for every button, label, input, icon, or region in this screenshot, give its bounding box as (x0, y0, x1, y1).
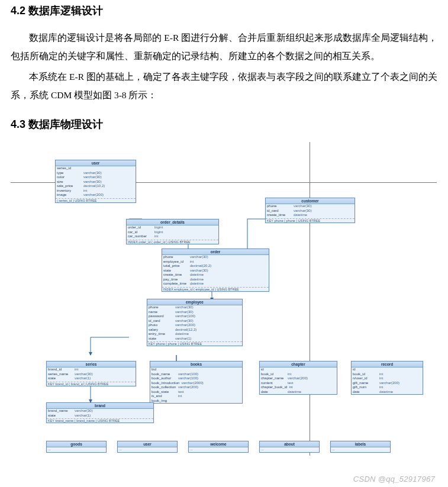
entity-title: welcome (189, 441, 248, 447)
heading-4-3: 4.3 数据库物理设计 (11, 117, 437, 131)
entity-title: order (162, 249, 269, 255)
entity-title: labels (331, 441, 390, 447)
heading-4-2: 4.2 数据库逻辑设计 (11, 4, 437, 18)
entity-stub-4: about ... (259, 441, 320, 453)
entity-brand: brand brand_namevarchar(30) statevarchar… (46, 402, 154, 423)
entity-user: user series_id typevarchar(30) colorvarc… (55, 160, 136, 203)
entity-record: record id book_idint n/user_idint gift_n… (351, 361, 423, 395)
entity-title: user (56, 160, 136, 166)
entity-title: order_details (127, 220, 218, 225)
entity-title: record (352, 362, 423, 367)
entity-title: chapter (260, 362, 337, 367)
entity-order-details: order_details order_idbigint car_idbigin… (126, 219, 219, 244)
entity-stub-2: user ... (117, 441, 178, 453)
entity-title: series (47, 362, 136, 367)
watermark: CSDN @qq_52917967 (353, 475, 435, 483)
entity-stub-3: welcome ... (188, 441, 249, 453)
entity-order: order phonevarchar(30) employee_idint to… (162, 249, 269, 292)
entity-customer: customer phonevarchar(30) id_cardvarchar… (265, 198, 355, 223)
entity-title: brand (47, 403, 153, 409)
entity-stub-1: goods ... (46, 441, 107, 453)
entity-employee: employee phonevarchar(30) namevarchar(30… (147, 299, 243, 346)
entity-series: series brand_idint series_namevarchar(30… (46, 361, 136, 386)
entity-title: employee (147, 299, 242, 305)
paragraph-1: 数据库的逻辑设计是将各局部的 E-R 图进行分解、合并后重新组织起来形成数据库全… (11, 28, 437, 65)
entity-title: customer (266, 198, 354, 204)
entity-title: books (150, 362, 242, 367)
entity-title: goods (47, 441, 106, 447)
entity-title: user (118, 441, 177, 447)
entity-title: about (260, 441, 319, 447)
entity-books: books bid book_namevarchar(100) book_aut… (150, 361, 243, 404)
entity-chapter: chapter id book_idint chapter_namevarcha… (259, 361, 337, 395)
cdm-diagram: user series_id typevarchar(30) colorvarc… (11, 142, 437, 456)
entity-stub-5: labels ... (330, 441, 391, 453)
paragraph-2: 本系统在 E-R 图的基础上，确定了各表主键字段，依据表与表字段之间的联系建立了… (11, 67, 437, 104)
